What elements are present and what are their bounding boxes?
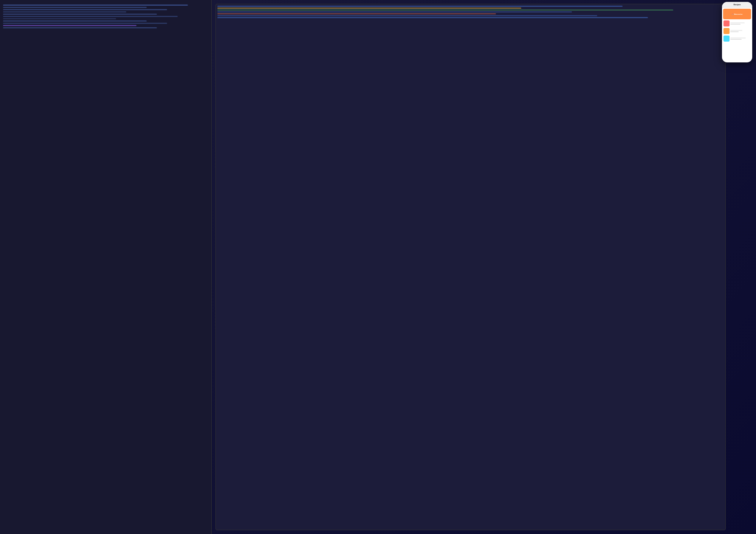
preview-row: YOURSMOOTHIE ISREADY! Tap to dismiss <box>257 302 609 408</box>
preview-section: Preview <box>257 286 609 408</box>
app-body: ✕ Discover <box>132 106 624 445</box>
main-content: Xcode Developer Tools 2.3K RAT <box>242 106 624 445</box>
app-window: ‹ ✕ <box>132 89 624 445</box>
screenshot-2: Recipes 🍉 Watermelon <box>436 302 609 408</box>
screenshot-code-2: Recipes 🍉 Watermelon <box>436 302 609 408</box>
